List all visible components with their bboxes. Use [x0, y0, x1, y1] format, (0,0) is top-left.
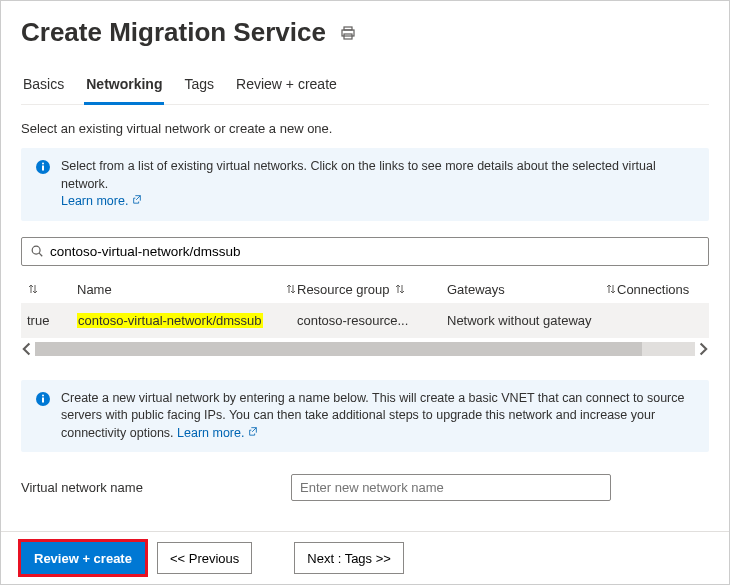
section-description: Select an existing virtual network or cr… [21, 121, 709, 136]
col-select[interactable] [27, 283, 77, 295]
sort-icon [27, 283, 39, 295]
svg-rect-4 [42, 166, 44, 171]
cell-selected: true [27, 313, 77, 328]
info-icon [35, 391, 51, 407]
tab-networking[interactable]: Networking [84, 70, 164, 105]
vnet-table: Name Resource group Gateways Connections [21, 272, 709, 358]
col-resource-group[interactable]: Resource group [297, 282, 447, 297]
scroll-right-icon[interactable] [695, 342, 709, 356]
col-gateways[interactable]: Gateways [447, 282, 617, 297]
tabs-bar: Basics Networking Tags Review + create [21, 70, 709, 105]
info-box-existing-text: Select from a list of existing virtual n… [61, 158, 695, 211]
vnet-name-row: Virtual network name [21, 474, 709, 501]
learn-more-link-existing[interactable]: Learn more. [61, 194, 142, 208]
tab-basics[interactable]: Basics [21, 70, 66, 105]
info-box-create-text: Create a new virtual network by entering… [61, 390, 695, 443]
external-link-icon [248, 426, 258, 436]
svg-point-5 [42, 163, 44, 165]
table-row[interactable]: true contoso-virtual-network/dmssub cont… [21, 303, 709, 338]
tab-tags[interactable]: Tags [182, 70, 216, 105]
sort-icon [394, 283, 406, 295]
info-box-create-new: Create a new virtual network by entering… [21, 380, 709, 453]
svg-rect-9 [42, 397, 44, 402]
next-button[interactable]: Next : Tags >> [294, 542, 404, 574]
print-icon[interactable] [340, 25, 356, 41]
wizard-footer: Review + create << Previous Next : Tags … [1, 531, 729, 584]
search-icon [30, 244, 44, 258]
tab-review-create[interactable]: Review + create [234, 70, 339, 105]
scroll-left-icon[interactable] [21, 342, 35, 356]
page-title: Create Migration Service [21, 17, 709, 48]
learn-more-link-create[interactable]: Learn more. [177, 426, 258, 440]
page-root: Create Migration Service Basics Networki… [0, 0, 730, 585]
svg-line-7 [39, 253, 42, 256]
info-box-existing: Select from a list of existing virtual n… [21, 148, 709, 221]
table-header-row: Name Resource group Gateways Connections [21, 272, 709, 303]
sort-icon [285, 283, 297, 295]
external-link-icon [132, 194, 142, 204]
sort-icon [605, 283, 617, 295]
scrollbar-thumb[interactable] [35, 342, 642, 356]
col-name[interactable]: Name [77, 282, 297, 297]
scrollbar-track[interactable] [35, 342, 695, 356]
content-area: Create Migration Service Basics Networki… [1, 1, 729, 531]
previous-button[interactable]: << Previous [157, 542, 252, 574]
cell-name: contoso-virtual-network/dmssub [77, 313, 297, 328]
vnet-name-label: Virtual network name [21, 480, 291, 495]
page-title-text: Create Migration Service [21, 17, 326, 48]
vnet-name-input[interactable] [291, 474, 611, 501]
svg-point-10 [42, 394, 44, 396]
horizontal-scrollbar[interactable] [21, 340, 709, 358]
col-connections[interactable]: Connections [617, 282, 707, 297]
cell-gateways: Network without gateway [447, 313, 617, 328]
svg-point-6 [32, 246, 40, 254]
vnet-search-input[interactable] [44, 242, 700, 261]
info-icon [35, 159, 51, 175]
cell-resource-group: contoso-resource... [297, 313, 447, 328]
review-create-button[interactable]: Review + create [21, 542, 145, 574]
vnet-search-field[interactable] [21, 237, 709, 266]
